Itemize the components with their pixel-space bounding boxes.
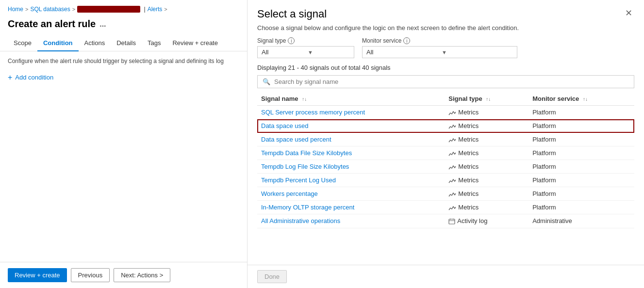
left-panel: Home > SQL databases > | Alerts > Create… bbox=[0, 0, 248, 288]
add-condition-label: Add condition bbox=[15, 74, 53, 81]
breadcrumb-sql-databases[interactable]: SQL databases bbox=[30, 6, 70, 13]
monitor-service-cell: Platform bbox=[528, 201, 634, 214]
signal-count: Displaying 21 - 40 signals out of total … bbox=[248, 64, 644, 75]
signal-type-cell: Metrics bbox=[445, 201, 528, 214]
filters-row: Signal type i All ▼ Monitor service i Al… bbox=[248, 37, 644, 64]
signal-name-cell[interactable]: In-Memory OLTP storage percent bbox=[257, 201, 445, 214]
table-row[interactable]: Tempdb Percent Log Used Metrics Platform bbox=[257, 174, 634, 187]
signal-type-cell: Metrics bbox=[445, 106, 528, 119]
close-button[interactable]: ✕ bbox=[623, 8, 634, 18]
done-button[interactable]: Done bbox=[257, 270, 287, 283]
monitor-service-cell: Administrative bbox=[528, 214, 634, 228]
signal-link[interactable]: Data space used percent bbox=[261, 136, 331, 143]
monitor-service-label: Monitor service i bbox=[362, 37, 517, 44]
monitor-service-filter: Monitor service i All ▼ bbox=[362, 37, 517, 58]
signal-link[interactable]: SQL Server process memory percent bbox=[261, 109, 365, 116]
monitor-service-cell: Platform bbox=[528, 133, 634, 146]
col-monitor-service[interactable]: Monitor service ↑↓ bbox=[528, 92, 634, 106]
breadcrumb-alerts[interactable]: Alerts bbox=[148, 6, 163, 13]
table-row[interactable]: All Administrative operations Activity l… bbox=[257, 214, 634, 228]
table-row[interactable]: Tempdb Log File Size Kilobytes Metrics P… bbox=[257, 160, 634, 174]
signal-name-cell[interactable]: Data space used bbox=[257, 119, 445, 133]
add-condition-button[interactable]: + Add condition bbox=[0, 69, 247, 86]
monitor-service-cell: Platform bbox=[528, 146, 634, 160]
signal-name-cell[interactable]: SQL Server process memory percent bbox=[257, 106, 445, 119]
bottom-buttons: Review + create Previous Next: Actions > bbox=[0, 262, 247, 288]
signal-type-cell: Metrics bbox=[445, 174, 528, 187]
next-button[interactable]: Next: Actions > bbox=[114, 268, 170, 282]
signal-type-info-icon[interactable]: i bbox=[288, 37, 295, 44]
signals-table-container: Signal name ↑↓ Signal type ↑↓ Monitor se… bbox=[248, 92, 644, 265]
sep2: > bbox=[72, 6, 75, 12]
plus-icon: + bbox=[8, 73, 12, 82]
signal-type-cell: Metrics bbox=[445, 133, 528, 146]
tab-actions[interactable]: Actions bbox=[79, 35, 111, 51]
sep1: > bbox=[25, 6, 28, 12]
monitor-service-cell: Platform bbox=[528, 160, 634, 174]
signal-name-cell[interactable]: Tempdb Log File Size Kilobytes bbox=[257, 160, 445, 174]
page-title-container: Create an alert rule ... bbox=[0, 16, 247, 35]
table-row[interactable]: Tempdb Data File Size Kilobytes Metrics … bbox=[257, 146, 634, 160]
signal-name-cell[interactable]: Data space used percent bbox=[257, 133, 445, 146]
signal-link[interactable]: Tempdb Data File Size Kilobytes bbox=[261, 149, 352, 157]
breadcrumb-pipe: | bbox=[142, 6, 145, 13]
signal-name-cell[interactable]: Tempdb Percent Log Used bbox=[257, 174, 445, 187]
table-row[interactable]: In-Memory OLTP storage percent Metrics P… bbox=[257, 201, 634, 214]
table-row[interactable]: Workers percentage Metrics Platform bbox=[257, 187, 634, 201]
done-button-row: Done bbox=[248, 265, 644, 288]
sort-signal-type-icon: ↑↓ bbox=[486, 97, 491, 102]
signal-link[interactable]: Tempdb Percent Log Used bbox=[261, 176, 336, 184]
signal-name-cell[interactable]: All Administrative operations bbox=[257, 214, 445, 228]
tab-tags[interactable]: Tags bbox=[142, 35, 166, 51]
tab-review-create[interactable]: Review + create bbox=[166, 35, 224, 51]
tabs-container: Scope Condition Actions Details Tags Rev… bbox=[0, 35, 247, 51]
sort-monitor-service-icon: ↑↓ bbox=[583, 97, 588, 102]
signal-type-cell: Metrics bbox=[445, 187, 528, 201]
signal-type-filter: Signal type i All ▼ bbox=[257, 37, 354, 58]
signal-type-select[interactable]: All ▼ bbox=[257, 46, 354, 58]
monitor-service-cell: Platform bbox=[528, 187, 634, 201]
breadcrumb: Home > SQL databases > | Alerts > bbox=[0, 0, 247, 16]
table-row[interactable]: SQL Server process memory percent Metric… bbox=[257, 106, 634, 119]
signal-type-cell: Metrics bbox=[445, 160, 528, 174]
right-panel: Select a signal ✕ Choose a signal below … bbox=[248, 0, 644, 288]
right-header: Select a signal ✕ bbox=[248, 0, 644, 24]
table-row[interactable]: Data space used Metrics Platform bbox=[257, 119, 634, 133]
more-options-icon[interactable]: ... bbox=[99, 20, 106, 29]
svg-rect-0 bbox=[449, 219, 455, 224]
search-input[interactable] bbox=[274, 78, 629, 85]
review-create-button[interactable]: Review + create bbox=[8, 268, 67, 282]
signal-link[interactable]: Workers percentage bbox=[261, 190, 318, 197]
monitor-service-cell: Platform bbox=[528, 106, 634, 119]
search-bar[interactable]: 🔍 bbox=[257, 75, 634, 88]
sort-signal-name-icon: ↑↓ bbox=[302, 97, 307, 102]
signal-type-cell: Metrics bbox=[445, 119, 528, 133]
page-title: Create an alert rule bbox=[8, 18, 96, 30]
configure-description: Configure when the alert rule should tri… bbox=[0, 51, 247, 69]
breadcrumb-home[interactable]: Home bbox=[8, 6, 23, 13]
signal-link[interactable]: In-Memory OLTP storage percent bbox=[261, 204, 354, 211]
signal-name-cell[interactable]: Tempdb Data File Size Kilobytes bbox=[257, 146, 445, 160]
tab-details[interactable]: Details bbox=[111, 35, 142, 51]
monitor-service-select[interactable]: All ▼ bbox=[362, 46, 517, 58]
table-row[interactable]: Data space used percent Metrics Platform bbox=[257, 133, 634, 146]
signal-link[interactable]: All Administrative operations bbox=[261, 217, 340, 224]
signal-link[interactable]: Data space used bbox=[261, 122, 309, 129]
sep3: > bbox=[164, 6, 167, 12]
previous-button[interactable]: Previous bbox=[71, 268, 110, 282]
monitor-service-cell: Platform bbox=[528, 119, 634, 133]
monitor-service-chevron: ▼ bbox=[442, 49, 513, 55]
signal-type-label: Signal type i bbox=[257, 37, 354, 44]
tab-condition[interactable]: Condition bbox=[37, 35, 79, 51]
monitor-service-info-icon[interactable]: i bbox=[403, 37, 410, 44]
col-signal-name[interactable]: Signal name ↑↓ bbox=[257, 92, 445, 106]
breadcrumb-redacted bbox=[77, 6, 140, 13]
signal-type-cell: Activity log bbox=[445, 214, 528, 228]
right-panel-title: Select a signal bbox=[257, 8, 327, 20]
signals-table: Signal name ↑↓ Signal type ↑↓ Monitor se… bbox=[257, 92, 634, 228]
tab-scope[interactable]: Scope bbox=[8, 35, 37, 51]
col-signal-type[interactable]: Signal type ↑↓ bbox=[445, 92, 528, 106]
signal-name-cell[interactable]: Workers percentage bbox=[257, 187, 445, 201]
signal-link[interactable]: Tempdb Log File Size Kilobytes bbox=[261, 163, 349, 170]
signal-type-chevron: ▼ bbox=[308, 49, 350, 55]
